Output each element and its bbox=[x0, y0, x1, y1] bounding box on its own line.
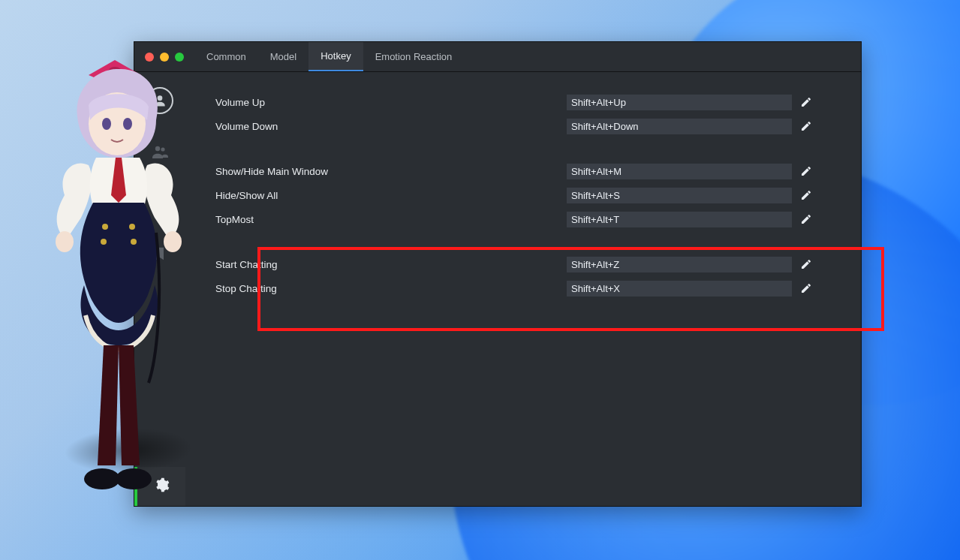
svg-point-7 bbox=[102, 224, 108, 230]
hotkey-settings-panel: Volume Up Volume Down Show/Hide Main Win… bbox=[185, 72, 861, 506]
edit-icon[interactable] bbox=[799, 95, 813, 109]
hotkey-label: Volume Down bbox=[215, 121, 567, 132]
hotkey-group-volume: Volume Up Volume Down bbox=[215, 90, 840, 138]
hotkey-input-topmost[interactable] bbox=[567, 211, 792, 227]
hotkey-group-chat: Start Chatting Stop Chatting bbox=[215, 252, 840, 300]
gear-icon bbox=[153, 477, 170, 496]
account-icon[interactable] bbox=[146, 87, 173, 114]
window-controls bbox=[134, 42, 194, 71]
hotkey-row: Volume Up bbox=[215, 90, 840, 114]
svg-point-11 bbox=[56, 231, 74, 252]
notification-icon[interactable] bbox=[146, 189, 173, 216]
edit-icon[interactable] bbox=[799, 119, 813, 133]
edit-icon[interactable] bbox=[799, 188, 813, 202]
svg-point-6 bbox=[123, 118, 132, 130]
hotkey-input-show-hide-main[interactable] bbox=[567, 163, 792, 179]
hotkey-row: Volume Down bbox=[215, 114, 840, 138]
minimize-icon[interactable] bbox=[160, 53, 169, 62]
hotkey-label: Hide/Show All bbox=[215, 190, 567, 201]
svg-point-0 bbox=[158, 95, 163, 101]
maximize-icon[interactable] bbox=[175, 53, 184, 62]
edit-icon[interactable] bbox=[799, 282, 813, 295]
hotkey-input-hide-show-all[interactable] bbox=[567, 187, 792, 203]
hotkey-label: Show/Hide Main Window bbox=[215, 166, 567, 177]
svg-point-9 bbox=[101, 239, 107, 245]
hotkey-input-volume-up[interactable] bbox=[567, 94, 792, 110]
hotkey-row: Stop Chatting bbox=[215, 276, 840, 300]
svg-point-1 bbox=[155, 146, 160, 151]
tab-common[interactable]: Common bbox=[194, 42, 258, 71]
hotkey-row: Show/Hide Main Window bbox=[215, 159, 840, 183]
close-icon[interactable] bbox=[145, 53, 154, 62]
edit-icon[interactable] bbox=[799, 212, 813, 226]
hotkey-row: Hide/Show All bbox=[215, 183, 840, 207]
hotkey-input-stop-chatting[interactable] bbox=[567, 280, 792, 297]
edit-icon[interactable] bbox=[799, 164, 813, 178]
edit-icon[interactable] bbox=[799, 257, 813, 271]
svg-point-2 bbox=[161, 147, 164, 151]
hotkey-label: Stop Chatting bbox=[215, 283, 567, 294]
titlebar: Common Model Hotkey Emotion Reaction bbox=[134, 42, 861, 72]
mascot-shadow bbox=[57, 428, 199, 473]
hotkey-label: Volume Up bbox=[215, 97, 567, 108]
tab-bar: Common Model Hotkey Emotion Reaction bbox=[194, 42, 464, 71]
hotkey-row: TopMost bbox=[215, 207, 840, 231]
people-icon[interactable] bbox=[146, 138, 173, 165]
settings-window: Common Model Hotkey Emotion Reaction bbox=[134, 41, 862, 507]
hotkey-label: TopMost bbox=[215, 214, 567, 225]
tab-emotion-reaction[interactable]: Emotion Reaction bbox=[363, 42, 465, 71]
hotkey-input-volume-down[interactable] bbox=[567, 118, 792, 134]
hotkey-label: Start Chatting bbox=[215, 259, 567, 270]
svg-point-3 bbox=[107, 67, 123, 83]
bookmark-icon[interactable] bbox=[146, 240, 173, 267]
hotkey-input-start-chatting[interactable] bbox=[567, 256, 792, 272]
svg-point-5 bbox=[102, 118, 111, 130]
hotkey-row: Start Chatting bbox=[215, 252, 840, 276]
tab-model[interactable]: Model bbox=[258, 42, 308, 71]
tab-hotkey[interactable]: Hotkey bbox=[308, 42, 363, 71]
hotkey-group-window: Show/Hide Main Window Hide/Show All TopM… bbox=[215, 159, 840, 231]
